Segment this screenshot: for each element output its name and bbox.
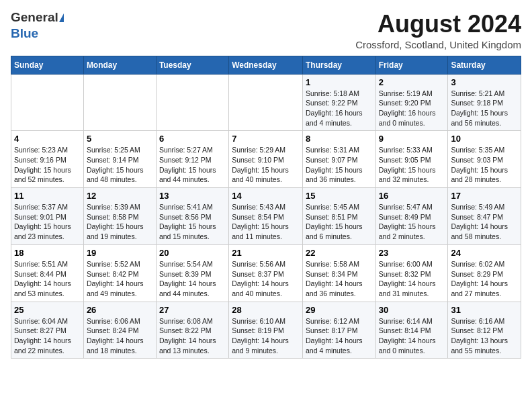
day-number: 16	[379, 191, 445, 201]
header: General Blue August 2024 Crossford, Scot…	[11, 11, 521, 50]
day-info: Sunrise: 5:31 AMSunset: 9:07 PMDaylight:…	[306, 145, 373, 185]
day-info: Sunrise: 5:49 AMSunset: 8:47 PMDaylight:…	[451, 202, 518, 242]
calendar-cell: 15Sunrise: 5:45 AMSunset: 8:51 PMDayligh…	[302, 188, 375, 245]
day-info: Sunrise: 5:23 AMSunset: 9:16 PMDaylight:…	[14, 145, 81, 185]
calendar-cell: 19Sunrise: 5:52 AMSunset: 8:42 PMDayligh…	[83, 244, 156, 302]
day-number: 8	[306, 134, 373, 144]
day-number: 26	[87, 305, 153, 315]
calendar-cell: 22Sunrise: 5:58 AMSunset: 8:34 PMDayligh…	[302, 244, 375, 302]
calendar-cell: 23Sunrise: 6:00 AMSunset: 8:32 PMDayligh…	[375, 244, 448, 302]
day-number: 6	[159, 134, 226, 144]
day-number: 12	[87, 191, 153, 201]
day-number: 19	[87, 248, 153, 258]
day-number: 11	[14, 191, 81, 201]
main-title: August 2024	[355, 11, 521, 38]
day-number: 17	[451, 191, 518, 201]
day-info: Sunrise: 6:12 AMSunset: 8:17 PMDaylight:…	[306, 316, 373, 356]
day-info: Sunrise: 6:00 AMSunset: 8:32 PMDaylight:…	[379, 259, 445, 299]
calendar-week-1: 1Sunrise: 5:18 AMSunset: 9:22 PMDaylight…	[11, 74, 521, 131]
calendar-cell	[83, 74, 156, 131]
day-header-friday: Friday	[375, 56, 448, 74]
calendar-cell: 10Sunrise: 5:35 AMSunset: 9:03 PMDayligh…	[448, 131, 521, 188]
day-info: Sunrise: 5:19 AMSunset: 9:20 PMDaylight:…	[379, 89, 445, 128]
calendar-week-4: 18Sunrise: 5:51 AMSunset: 8:44 PMDayligh…	[11, 244, 521, 302]
day-number: 13	[159, 191, 226, 201]
day-info: Sunrise: 5:51 AMSunset: 8:44 PMDaylight:…	[14, 259, 81, 299]
day-info: Sunrise: 5:29 AMSunset: 9:10 PMDaylight:…	[232, 145, 300, 185]
logo-blue: Blue	[11, 26, 38, 40]
day-info: Sunrise: 5:45 AMSunset: 8:51 PMDaylight:…	[306, 202, 373, 242]
day-info: Sunrise: 5:47 AMSunset: 8:49 PMDaylight:…	[379, 202, 445, 242]
day-number: 7	[232, 134, 300, 144]
day-header-thursday: Thursday	[302, 56, 375, 74]
calendar-cell: 5Sunrise: 5:25 AMSunset: 9:14 PMDaylight…	[83, 131, 156, 188]
calendar-cell: 16Sunrise: 5:47 AMSunset: 8:49 PMDayligh…	[375, 188, 448, 245]
day-info: Sunrise: 5:18 AMSunset: 9:22 PMDaylight:…	[306, 89, 373, 128]
calendar-cell: 30Sunrise: 6:14 AMSunset: 8:14 PMDayligh…	[375, 302, 448, 359]
day-number: 14	[232, 191, 300, 201]
day-info: Sunrise: 5:39 AMSunset: 8:58 PMDaylight:…	[87, 202, 153, 242]
day-number: 22	[306, 248, 373, 258]
day-info: Sunrise: 6:08 AMSunset: 8:22 PMDaylight:…	[159, 316, 226, 356]
calendar-cell: 25Sunrise: 6:04 AMSunset: 8:27 PMDayligh…	[11, 302, 84, 359]
day-info: Sunrise: 5:33 AMSunset: 9:05 PMDaylight:…	[379, 145, 445, 185]
calendar-cell: 6Sunrise: 5:27 AMSunset: 9:12 PMDaylight…	[156, 131, 228, 188]
day-header-saturday: Saturday	[448, 56, 521, 74]
day-header-monday: Monday	[83, 56, 156, 74]
calendar-cell: 2Sunrise: 5:19 AMSunset: 9:20 PMDaylight…	[375, 74, 448, 131]
calendar-table: SundayMondayTuesdayWednesdayThursdayFrid…	[11, 56, 521, 359]
calendar-cell: 9Sunrise: 5:33 AMSunset: 9:05 PMDaylight…	[375, 131, 448, 188]
day-number: 4	[14, 134, 81, 144]
calendar-body: 1Sunrise: 5:18 AMSunset: 9:22 PMDaylight…	[11, 74, 521, 359]
day-number: 30	[379, 305, 445, 315]
day-number: 20	[159, 248, 226, 258]
day-info: Sunrise: 6:06 AMSunset: 8:24 PMDaylight:…	[87, 316, 153, 356]
calendar-cell: 31Sunrise: 6:16 AMSunset: 8:12 PMDayligh…	[448, 302, 521, 359]
day-number: 25	[14, 305, 81, 315]
days-of-week-row: SundayMondayTuesdayWednesdayThursdayFrid…	[11, 56, 521, 74]
day-number: 21	[232, 248, 300, 258]
subtitle: Crossford, Scotland, United Kingdom	[355, 39, 521, 50]
title-area: August 2024 Crossford, Scotland, United …	[355, 11, 521, 50]
day-info: Sunrise: 5:37 AMSunset: 9:01 PMDaylight:…	[14, 202, 81, 242]
calendar-cell: 7Sunrise: 5:29 AMSunset: 9:10 PMDaylight…	[229, 131, 303, 188]
calendar-cell: 27Sunrise: 6:08 AMSunset: 8:22 PMDayligh…	[156, 302, 228, 359]
calendar-header: SundayMondayTuesdayWednesdayThursdayFrid…	[11, 56, 521, 74]
calendar-cell: 24Sunrise: 6:02 AMSunset: 8:29 PMDayligh…	[448, 244, 521, 302]
calendar-cell	[11, 74, 84, 131]
day-number: 10	[451, 134, 518, 144]
day-info: Sunrise: 5:41 AMSunset: 8:56 PMDaylight:…	[159, 202, 226, 242]
day-number: 15	[306, 191, 373, 201]
calendar-cell: 8Sunrise: 5:31 AMSunset: 9:07 PMDaylight…	[302, 131, 375, 188]
day-header-wednesday: Wednesday	[229, 56, 303, 74]
day-info: Sunrise: 6:04 AMSunset: 8:27 PMDaylight:…	[14, 316, 81, 356]
logo-general: General	[11, 11, 58, 25]
day-header-sunday: Sunday	[11, 56, 84, 74]
calendar-cell	[156, 74, 228, 131]
day-info: Sunrise: 6:16 AMSunset: 8:12 PMDaylight:…	[451, 316, 518, 356]
calendar-cell: 1Sunrise: 5:18 AMSunset: 9:22 PMDaylight…	[302, 74, 375, 131]
calendar-cell: 26Sunrise: 6:06 AMSunset: 8:24 PMDayligh…	[83, 302, 156, 359]
calendar-week-3: 11Sunrise: 5:37 AMSunset: 9:01 PMDayligh…	[11, 188, 521, 245]
day-info: Sunrise: 5:54 AMSunset: 8:39 PMDaylight:…	[159, 259, 226, 299]
calendar-week-5: 25Sunrise: 6:04 AMSunset: 8:27 PMDayligh…	[11, 302, 521, 359]
calendar-cell: 21Sunrise: 5:56 AMSunset: 8:37 PMDayligh…	[229, 244, 303, 302]
calendar-cell: 28Sunrise: 6:10 AMSunset: 8:19 PMDayligh…	[229, 302, 303, 359]
day-number: 2	[379, 77, 445, 87]
calendar-cell: 3Sunrise: 5:21 AMSunset: 9:18 PMDaylight…	[448, 74, 521, 131]
day-number: 18	[14, 248, 81, 258]
calendar-cell: 14Sunrise: 5:43 AMSunset: 8:54 PMDayligh…	[229, 188, 303, 245]
calendar-cell	[229, 74, 303, 131]
day-info: Sunrise: 5:58 AMSunset: 8:34 PMDaylight:…	[306, 259, 373, 299]
calendar-cell: 11Sunrise: 5:37 AMSunset: 9:01 PMDayligh…	[11, 188, 84, 245]
day-info: Sunrise: 6:02 AMSunset: 8:29 PMDaylight:…	[451, 259, 518, 299]
logo: General Blue	[11, 11, 64, 41]
day-info: Sunrise: 5:21 AMSunset: 9:18 PMDaylight:…	[451, 89, 518, 128]
day-number: 3	[451, 77, 518, 87]
calendar-cell: 29Sunrise: 6:12 AMSunset: 8:17 PMDayligh…	[302, 302, 375, 359]
logo-triangle-icon	[59, 13, 64, 22]
calendar-cell: 18Sunrise: 5:51 AMSunset: 8:44 PMDayligh…	[11, 244, 84, 302]
day-info: Sunrise: 6:10 AMSunset: 8:19 PMDaylight:…	[232, 316, 300, 356]
calendar-cell: 20Sunrise: 5:54 AMSunset: 8:39 PMDayligh…	[156, 244, 228, 302]
day-info: Sunrise: 6:14 AMSunset: 8:14 PMDaylight:…	[379, 316, 445, 356]
